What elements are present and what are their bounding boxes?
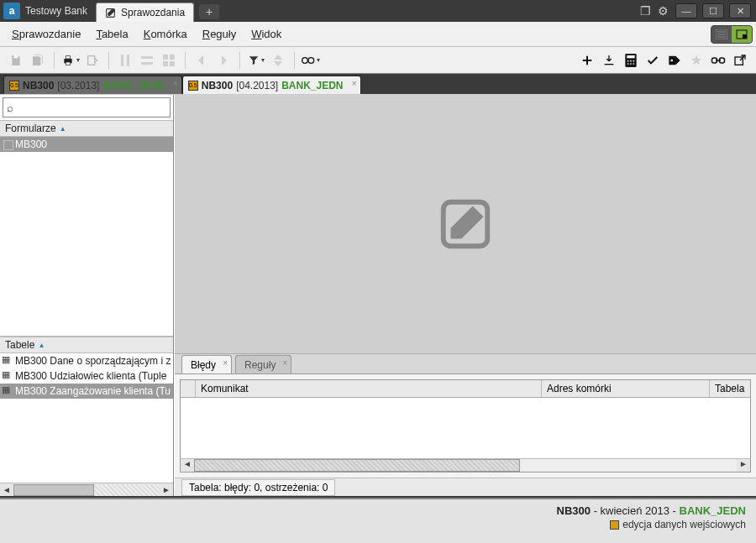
svg-rect-14: [141, 56, 153, 59]
close-icon[interactable]: ×: [283, 358, 288, 368]
restore-icon[interactable]: ❐: [640, 4, 651, 18]
link-icon[interactable]: [709, 51, 727, 70]
search-input[interactable]: ⌕: [3, 97, 171, 117]
save-icon[interactable]: [7, 51, 25, 70]
doc-badge-icon: 0.5: [188, 81, 198, 91]
scroll-right-icon[interactable]: ►: [160, 485, 173, 494]
table-item[interactable]: MB300 Udziałowiec klienta (Tuple: [0, 368, 173, 384]
scroll-left-icon[interactable]: ◄: [181, 459, 194, 472]
svg-rect-17: [170, 55, 175, 60]
svg-rect-15: [141, 62, 153, 65]
footer-period: kwiecień 2013: [601, 504, 669, 517]
main-area: Błędy × Reguły × Komunikat Adres komórki…: [174, 95, 756, 496]
menu-reguly[interactable]: Reguły: [196, 24, 243, 44]
title-tab-label: Sprawozdania: [121, 7, 185, 18]
menu-sprawozdanie[interactable]: Sprawozdanie: [5, 24, 87, 44]
table-item[interactable]: MB300 Zaangażowanie klienta (Tu: [0, 384, 173, 399]
svg-rect-9: [66, 55, 70, 58]
grid-col-table[interactable]: Tabela: [710, 380, 750, 397]
grid-status-text: Tabela: błędy: 0, ostrzeżenia: 0: [181, 479, 335, 496]
print-icon[interactable]: [61, 51, 80, 70]
grid-col-marker[interactable]: [181, 380, 196, 397]
tab-errors[interactable]: Błędy ×: [181, 355, 232, 373]
title-tab-sprawozdania[interactable]: Sprawozdania: [96, 3, 194, 22]
scroll-left-icon[interactable]: ◄: [0, 485, 13, 494]
sort-icon[interactable]: [269, 51, 287, 70]
app-icon: a: [3, 3, 20, 19]
calculator-icon[interactable]: [622, 51, 640, 70]
send-icon[interactable]: [731, 51, 749, 70]
close-icon[interactable]: ×: [173, 79, 178, 88]
row-icon[interactable]: [138, 51, 156, 70]
svg-rect-26: [627, 55, 634, 58]
doc-tab-1[interactable]: 0.5 NB300 [04.2013] BANK_JEDN ×: [182, 76, 361, 94]
svg-point-29: [633, 60, 634, 61]
doc-tab-name: NB300: [202, 80, 233, 91]
grid-col-message[interactable]: Komunikat: [196, 380, 542, 397]
table-item[interactable]: MB300 Dane o sporządzającym i z: [0, 353, 173, 368]
svg-rect-16: [163, 55, 168, 60]
forms-header[interactable]: Formularze ▲: [0, 120, 173, 137]
prev-icon[interactable]: [192, 51, 211, 70]
doc-tab-0[interactable]: 0.5 NB300 [03.2013] BANK_JEDN ×: [3, 76, 182, 94]
doc-tab-unit: BANK_JEDN: [281, 80, 343, 91]
tables-header[interactable]: Tabele ▲: [0, 337, 173, 353]
edit-icon: [105, 8, 116, 18]
footer-mode: edycja danych wejściowych: [622, 519, 746, 530]
menu-tabela[interactable]: Tabela: [89, 24, 134, 44]
errors-grid: Komunikat Adres komórki Tabela ◄ ►: [180, 379, 751, 473]
close-icon[interactable]: ×: [352, 79, 357, 88]
view-note-icon[interactable]: [732, 26, 752, 43]
svg-rect-18: [163, 61, 168, 66]
add-icon[interactable]: [578, 51, 596, 70]
close-button[interactable]: ✕: [729, 3, 751, 18]
save-all-icon[interactable]: [29, 51, 47, 70]
find-icon[interactable]: [302, 51, 320, 70]
svg-rect-6: [743, 34, 747, 39]
gear-icon[interactable]: ⚙: [658, 4, 669, 18]
left-h-scrollbar[interactable]: ◄ ►: [0, 483, 173, 496]
doc-tab-date: [03.2013]: [57, 80, 99, 91]
svg-rect-10: [66, 62, 70, 65]
footer-unit: BANK_JEDN: [680, 504, 746, 517]
maximize-button[interactable]: ☐: [702, 3, 724, 18]
view-mode-toggle[interactable]: [711, 25, 753, 44]
svg-rect-11: [88, 55, 95, 65]
view-list-icon[interactable]: [711, 26, 732, 43]
col-icon[interactable]: [116, 51, 134, 70]
svg-point-21: [308, 57, 314, 63]
errors-grid-wrap: Komunikat Adres komórki Tabela ◄ ►: [175, 373, 756, 478]
scroll-thumb[interactable]: [194, 459, 520, 472]
collapse-icon: ▲: [60, 125, 66, 133]
menu-komorka[interactable]: Komórka: [137, 24, 194, 44]
doc-tab-unit: BANK_JEDN: [102, 80, 164, 91]
new-tab-button[interactable]: +: [199, 4, 219, 19]
svg-rect-12: [121, 55, 123, 66]
grid-icon[interactable]: [160, 51, 178, 70]
grid-col-address[interactable]: Adres komórki: [542, 380, 710, 397]
svg-point-33: [670, 59, 673, 61]
grid-status: Tabela: błędy: 0, ostrzeżenia: 0: [175, 478, 756, 496]
doc-badge-icon: 0.5: [9, 81, 19, 91]
next-icon[interactable]: [214, 51, 233, 70]
download-icon[interactable]: [600, 51, 618, 70]
menu-bar: Sprawozdanie Tabela Komórka Reguły Widok: [0, 22, 756, 47]
doc-tab-name: NB300: [23, 80, 54, 91]
filter-icon[interactable]: [247, 51, 265, 70]
edit-placeholder-icon: [436, 195, 495, 253]
svg-point-30: [627, 63, 629, 65]
minimize-button[interactable]: —: [675, 3, 697, 18]
menu-widok[interactable]: Widok: [244, 24, 288, 44]
svg-point-31: [630, 63, 632, 65]
tab-rules[interactable]: Reguły ×: [235, 355, 291, 373]
tag-icon[interactable]: [665, 51, 684, 70]
scroll-right-icon[interactable]: ►: [737, 459, 750, 472]
form-item[interactable]: MB300: [0, 137, 173, 152]
scroll-thumb[interactable]: [13, 484, 94, 496]
close-icon[interactable]: ×: [223, 358, 228, 368]
check-icon[interactable]: [643, 51, 662, 70]
star-icon[interactable]: [687, 51, 706, 70]
export-icon[interactable]: [83, 51, 102, 70]
footer-doc-name: NB300: [557, 504, 591, 517]
grid-h-scrollbar[interactable]: ◄ ►: [181, 458, 750, 472]
